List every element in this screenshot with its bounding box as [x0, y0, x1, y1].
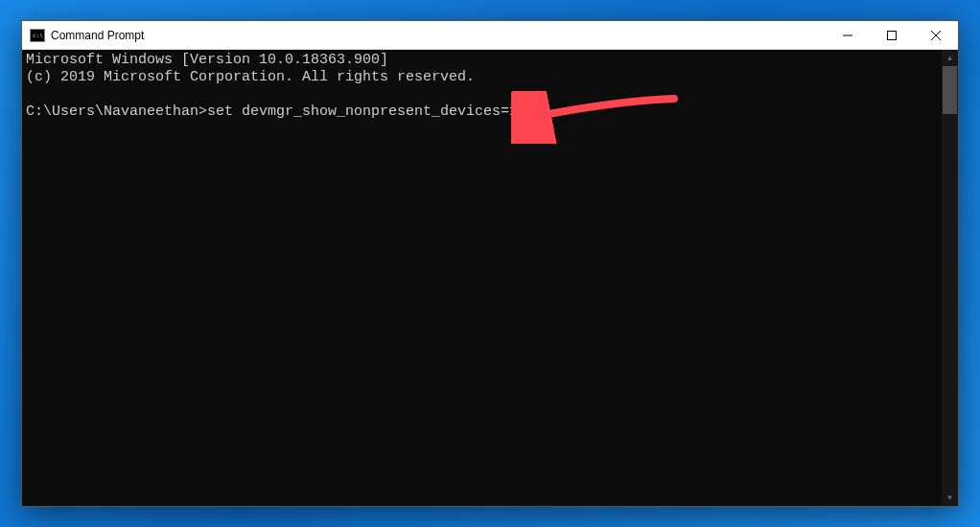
minimize-icon: [843, 31, 852, 40]
scroll-down-arrow-icon[interactable]: ▼: [942, 490, 958, 506]
command-prompt-icon: [30, 29, 45, 42]
maximize-button[interactable]: [870, 21, 914, 49]
window-controls: [826, 21, 958, 49]
title-bar[interactable]: Command Prompt: [22, 21, 958, 50]
scrollbar-thumb[interactable]: [943, 66, 957, 114]
scroll-up-arrow-icon[interactable]: ▲: [942, 50, 958, 66]
close-icon: [931, 31, 941, 40]
command-prompt-window: Command Prompt Microsoft Windows [Versio…: [21, 20, 959, 507]
minimize-button[interactable]: [826, 21, 870, 49]
svg-rect-1: [888, 31, 897, 39]
terminal-area[interactable]: Microsoft Windows [Version 10.0.18363.90…: [22, 50, 958, 506]
maximize-icon: [887, 31, 897, 40]
title-bar-left: Command Prompt: [30, 29, 144, 42]
vertical-scrollbar[interactable]: ▲ ▼: [942, 50, 958, 506]
prompt-path: C:\Users\Navaneethan>: [26, 103, 207, 120]
copyright-line: (c) 2019 Microsoft Corporation. All righ…: [26, 69, 475, 85]
entered-command[interactable]: set devmgr_show_nonpresent_devices=1: [207, 103, 518, 120]
close-button[interactable]: [914, 21, 958, 49]
os-version-line: Microsoft Windows [Version 10.0.18363.90…: [26, 52, 388, 68]
window-title: Command Prompt: [51, 29, 144, 42]
terminal-output: Microsoft Windows [Version 10.0.18363.90…: [26, 52, 958, 121]
